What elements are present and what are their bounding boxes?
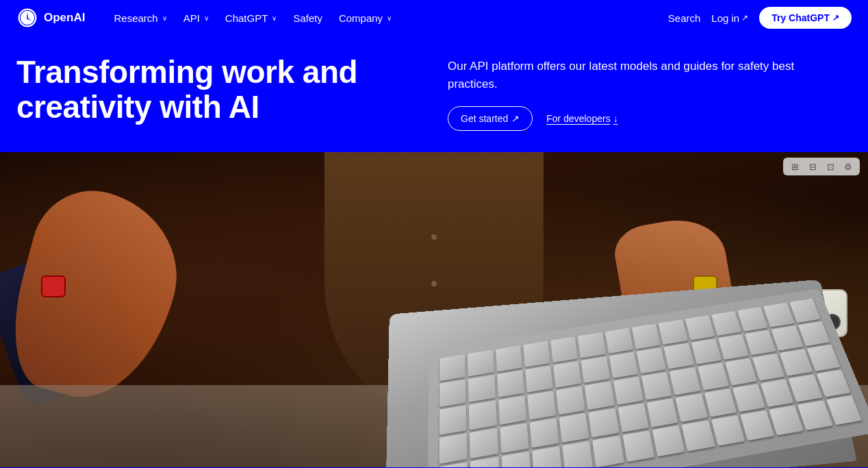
key bbox=[669, 367, 701, 395]
search-button[interactable]: Search bbox=[668, 12, 701, 24]
hero-section: Transforming work and creativity with AI… bbox=[0, 36, 868, 152]
key bbox=[556, 386, 585, 415]
key bbox=[732, 384, 765, 412]
key bbox=[550, 336, 578, 362]
key bbox=[439, 379, 466, 407]
key bbox=[740, 410, 774, 441]
key bbox=[711, 311, 741, 336]
get-started-arrow-icon: ↗ bbox=[511, 113, 520, 124]
hero-description: Our API platform offers our latest model… bbox=[448, 58, 804, 93]
navbar: OpenAI Research ∨ API ∨ ChatGPT ∨ Safety… bbox=[0, 0, 868, 36]
key bbox=[698, 362, 729, 390]
key bbox=[771, 325, 804, 351]
shirt-button-1 bbox=[431, 234, 437, 240]
brand-logo[interactable]: OpenAI bbox=[16, 7, 85, 29]
key bbox=[637, 347, 667, 374]
key bbox=[718, 334, 750, 360]
key bbox=[622, 431, 654, 463]
login-arrow-icon: ↗ bbox=[741, 13, 748, 23]
laptop-keyboard bbox=[427, 288, 868, 467]
key bbox=[725, 358, 757, 386]
hero-image bbox=[0, 152, 868, 467]
login-button[interactable]: Log in ↗ bbox=[711, 12, 748, 24]
key bbox=[704, 389, 737, 417]
toolbar-icon-2[interactable]: ⊟ bbox=[806, 160, 819, 173]
key bbox=[641, 372, 672, 400]
key bbox=[470, 457, 500, 467]
key bbox=[711, 415, 745, 446]
nav-right-actions: Search Log in ↗ Try ChatGPT ↗ bbox=[668, 7, 852, 29]
key bbox=[691, 338, 722, 365]
key bbox=[501, 452, 531, 467]
key bbox=[745, 330, 776, 356]
key bbox=[816, 369, 850, 397]
key bbox=[468, 375, 495, 403]
key bbox=[439, 433, 468, 465]
nav-research[interactable]: Research ∨ bbox=[107, 8, 173, 28]
laptop-body bbox=[385, 280, 856, 467]
key bbox=[470, 428, 498, 459]
key bbox=[826, 395, 862, 425]
key bbox=[498, 395, 526, 424]
key bbox=[439, 354, 465, 381]
nav-company[interactable]: Company ∨ bbox=[332, 8, 398, 28]
key bbox=[789, 374, 823, 402]
developers-arrow-icon: ↓ bbox=[613, 113, 618, 124]
key bbox=[664, 343, 694, 369]
key bbox=[652, 426, 685, 456]
key bbox=[593, 436, 624, 467]
key bbox=[807, 345, 841, 371]
key bbox=[469, 400, 497, 430]
nav-safety[interactable]: Safety bbox=[286, 8, 329, 28]
key bbox=[780, 349, 813, 375]
key bbox=[769, 406, 804, 436]
key bbox=[685, 315, 715, 340]
try-chatgpt-button[interactable]: Try ChatGPT ↗ bbox=[759, 7, 852, 29]
key bbox=[553, 360, 582, 388]
key bbox=[496, 345, 522, 371]
key bbox=[530, 418, 559, 448]
brand-name: OpenAI bbox=[44, 11, 85, 25]
company-chevron-icon: ∨ bbox=[387, 14, 392, 22]
key bbox=[647, 398, 678, 428]
key bbox=[562, 441, 593, 467]
left-watch bbox=[41, 275, 66, 297]
key bbox=[578, 332, 606, 358]
laptop-area bbox=[348, 248, 813, 467]
key bbox=[532, 446, 563, 467]
key bbox=[737, 307, 768, 332]
nav-links: Research ∨ API ∨ ChatGPT ∨ Safety Compan… bbox=[107, 8, 667, 28]
key bbox=[527, 391, 556, 419]
key bbox=[609, 352, 638, 378]
image-section: ⊞ ⊟ ⊡ ⚙ bbox=[0, 152, 868, 467]
key bbox=[468, 349, 494, 376]
nav-api[interactable]: API ∨ bbox=[177, 8, 216, 28]
key bbox=[559, 412, 589, 443]
key bbox=[761, 379, 794, 408]
hero-right: Our API platform offers our latest model… bbox=[448, 55, 852, 131]
hero-left: Transforming work and creativity with AI bbox=[16, 55, 420, 124]
key bbox=[581, 356, 610, 383]
toolbar-settings-icon[interactable]: ⚙ bbox=[842, 160, 854, 173]
key bbox=[789, 299, 821, 323]
try-arrow-icon: ↗ bbox=[832, 13, 839, 23]
key bbox=[682, 421, 715, 452]
key bbox=[439, 406, 467, 435]
key bbox=[604, 328, 633, 354]
for-developers-button[interactable]: For developers ↓ bbox=[546, 113, 617, 124]
hero-title: Transforming work and creativity with AI bbox=[16, 55, 420, 124]
key bbox=[500, 423, 528, 454]
nav-chatgpt[interactable]: ChatGPT ∨ bbox=[218, 8, 284, 28]
api-chevron-icon: ∨ bbox=[204, 14, 209, 22]
hero-buttons: Get started ↗ For developers ↓ bbox=[448, 106, 852, 131]
chatgpt-chevron-icon: ∨ bbox=[272, 14, 277, 22]
key bbox=[676, 393, 708, 423]
key bbox=[523, 341, 550, 367]
toolbar-icon-3[interactable]: ⊡ bbox=[824, 160, 837, 173]
key bbox=[632, 323, 661, 349]
key bbox=[589, 408, 620, 438]
key bbox=[752, 354, 785, 380]
get-started-button[interactable]: Get started ↗ bbox=[448, 106, 533, 131]
toolbar-icon-1[interactable]: ⊞ bbox=[789, 160, 801, 173]
key bbox=[585, 382, 614, 410]
